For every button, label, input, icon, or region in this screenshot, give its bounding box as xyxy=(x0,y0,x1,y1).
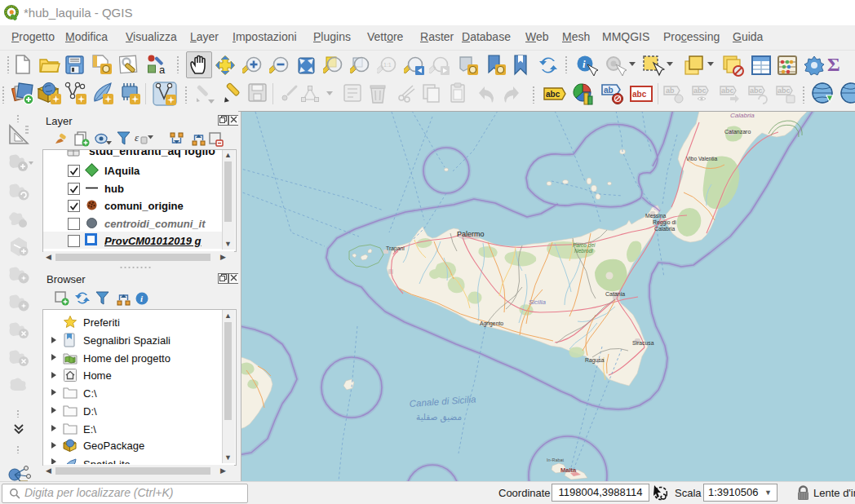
svg-text:In-Rabat: In-Rabat xyxy=(547,458,565,462)
svg-text:Siracusa: Siracusa xyxy=(632,340,654,346)
svg-text:ε: ε xyxy=(135,131,140,144)
svg-text:abc: abc xyxy=(721,86,734,95)
svg-text:Catanzaro: Catanzaro xyxy=(724,129,751,135)
svg-text:مضيق صقلية: مضيق صقلية xyxy=(416,412,462,422)
svg-text:Reggio di: Reggio di xyxy=(653,219,676,226)
svg-text:Vibo Valentia: Vibo Valentia xyxy=(686,156,718,161)
svg-text:ab: ab xyxy=(604,86,614,95)
svg-text:Messina: Messina xyxy=(645,213,667,219)
svg-text:a: a xyxy=(159,64,166,75)
svg-text:Trapani: Trapani xyxy=(386,245,405,252)
svg-text:abc: abc xyxy=(750,86,763,95)
svg-text:abc: abc xyxy=(546,90,560,99)
svg-text:Agrigento: Agrigento xyxy=(480,321,503,327)
svg-text:abc: abc xyxy=(693,86,707,95)
svg-text:i: i xyxy=(583,58,586,70)
svg-text:ab: ab xyxy=(666,86,675,95)
svg-text:Ragusa: Ragusa xyxy=(585,357,605,364)
svg-text:Nebrodi: Nebrodi xyxy=(574,248,593,254)
svg-text:Calabria: Calabria xyxy=(730,112,755,119)
svg-text:Parco dei: Parco dei xyxy=(573,242,596,248)
svg-text:Catania: Catania xyxy=(605,291,625,297)
svg-text:1:1: 1:1 xyxy=(383,62,392,68)
svg-text:Calabria: Calabria xyxy=(654,226,676,232)
svg-text:Palermo: Palermo xyxy=(457,230,485,238)
svg-text:Sicilia: Sicilia xyxy=(529,298,546,306)
svg-text:Malta: Malta xyxy=(560,466,577,474)
svg-text:abc: abc xyxy=(777,86,791,95)
svg-text:abc: abc xyxy=(632,90,647,99)
